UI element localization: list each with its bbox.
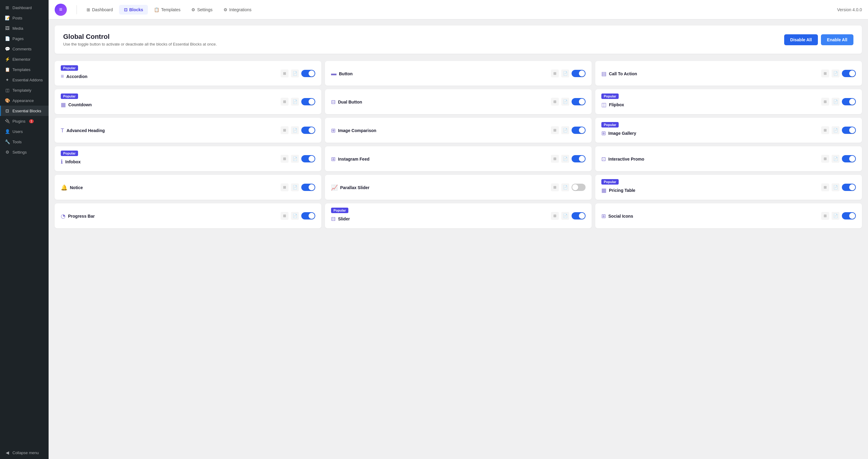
block-toggle-image-gallery[interactable] <box>842 127 856 134</box>
sidebar-item-dashboard[interactable]: ⊞ Dashboard <box>0 2 49 13</box>
block-preview-icon-progress-bar[interactable]: ⊞ <box>281 212 288 220</box>
block-toggle-call-to-action[interactable] <box>842 70 856 77</box>
block-preview-icon-social-icons[interactable]: ⊞ <box>821 212 829 220</box>
block-name-pricing-table: Pricing Table <box>609 188 636 193</box>
block-toggle-infobox[interactable] <box>301 155 315 162</box>
block-toggle-flipbox[interactable] <box>842 98 856 105</box>
sidebar-item-appearance[interactable]: 🎨 Appearance <box>0 95 49 106</box>
block-preview-icon-button[interactable]: ⊞ <box>551 69 559 77</box>
block-preview-icon-countdown[interactable]: ⊞ <box>281 98 288 106</box>
sidebar-label-comments: Comments <box>12 47 32 51</box>
block-toggle-countdown[interactable] <box>301 98 315 105</box>
block-preview-icon-image-comparison[interactable]: ⊞ <box>551 126 559 134</box>
block-docs-icon-instagram-feed[interactable]: 📄 <box>561 155 569 163</box>
block-toggle-social-icons[interactable] <box>842 212 856 220</box>
block-docs-icon-flipbox[interactable]: 📄 <box>832 98 839 106</box>
block-toggle-interactive-promo[interactable] <box>842 155 856 162</box>
nav-tab-settings[interactable]: ⚙Settings <box>186 5 217 14</box>
sidebar-item-posts[interactable]: 📝 Posts <box>0 13 49 23</box>
sidebar-item-settings[interactable]: ⚙ Settings <box>0 147 49 157</box>
block-toggle-parallax-slider[interactable] <box>571 184 586 191</box>
nav-tab-integrations[interactable]: ⚙Integrations <box>219 5 256 14</box>
block-preview-icon-advanced-heading[interactable]: ⊞ <box>281 126 288 134</box>
sidebar-item-tools[interactable]: 🔧 Tools <box>0 137 49 147</box>
block-toggle-pricing-table[interactable] <box>842 184 856 191</box>
block-left-image-comparison: ⊞ Image Comparison <box>331 127 376 134</box>
block-actions-parallax-slider: ⊞ 📄 <box>551 183 586 191</box>
block-docs-icon-pricing-table[interactable]: 📄 <box>832 183 839 191</box>
block-toggle-instagram-feed[interactable] <box>571 155 586 162</box>
block-card-instagram-feed: ⊞ Instagram Feed ⊞ 📄 <box>325 146 592 171</box>
sidebar-label-settings: Settings <box>12 150 27 155</box>
block-docs-icon-image-gallery[interactable]: 📄 <box>832 126 839 134</box>
block-preview-icon-slider[interactable]: ⊞ <box>551 212 559 220</box>
sidebar-item-templately[interactable]: ◫ Templately <box>0 85 49 95</box>
nav-tab-templates[interactable]: 📋Templates <box>149 5 185 14</box>
block-name-interactive-promo: Interactive Promo <box>608 157 644 162</box>
block-docs-icon-image-comparison[interactable]: 📄 <box>561 126 569 134</box>
block-toggle-notice[interactable] <box>301 184 315 191</box>
block-preview-icon-interactive-promo[interactable]: ⊞ <box>821 155 829 163</box>
popular-badge-slider: Popular <box>331 208 348 213</box>
badge-plugins: 1 <box>29 119 34 123</box>
nav-tab-dashboard[interactable]: ⊞Dashboard <box>82 5 118 14</box>
block-docs-icon-notice[interactable]: 📄 <box>291 183 299 191</box>
sidebar-label-users: Users <box>12 129 23 134</box>
block-docs-icon-advanced-heading[interactable]: 📄 <box>291 126 299 134</box>
block-icon-pricing-table: ▦ <box>601 187 607 194</box>
sidebar: ⊞ Dashboard 📝 Posts 🖼 Media 📄 Pages 💬 Co… <box>0 0 49 459</box>
sidebar-item-comments[interactable]: 💬 Comments <box>0 44 49 54</box>
sidebar-item-pages[interactable]: 📄 Pages <box>0 33 49 44</box>
block-docs-icon-social-icons[interactable]: 📄 <box>832 212 839 220</box>
block-preview-icon-notice[interactable]: ⊞ <box>281 183 288 191</box>
sidebar-item-elementor[interactable]: ⚡ Elementor <box>0 54 49 64</box>
block-toggle-slider[interactable] <box>571 212 586 220</box>
block-preview-icon-flipbox[interactable]: ⊞ <box>821 98 829 106</box>
block-preview-icon-instagram-feed[interactable]: ⊞ <box>551 155 559 163</box>
block-toggle-button[interactable] <box>571 70 586 77</box>
block-docs-icon-accordion[interactable]: 📄 <box>291 69 299 77</box>
enable-all-button[interactable]: Enable All <box>821 34 854 45</box>
block-preview-icon-parallax-slider[interactable]: ⊞ <box>551 183 559 191</box>
block-docs-icon-button[interactable]: 📄 <box>561 69 569 77</box>
block-docs-icon-progress-bar[interactable]: 📄 <box>291 212 299 220</box>
block-card-parallax-slider: 📈 Parallax Slider ⊞ 📄 <box>325 175 592 200</box>
sidebar-item-essential-addons[interactable]: ✦ Essential Addons <box>0 75 49 85</box>
block-toggle-progress-bar[interactable] <box>301 212 315 220</box>
sidebar-label-tools: Tools <box>12 140 22 144</box>
block-toggle-image-comparison[interactable] <box>571 127 586 134</box>
collapse-menu-button[interactable]: ◀Collapse menu <box>0 446 49 459</box>
block-toggle-dual-button[interactable] <box>571 98 586 105</box>
sidebar-item-users[interactable]: 👤 Users <box>0 126 49 137</box>
block-icon-social-icons: ⊞ <box>601 213 606 220</box>
block-docs-icon-slider[interactable]: 📄 <box>561 212 569 220</box>
toggle-knob-interactive-promo <box>849 156 855 162</box>
sidebar-item-templates[interactable]: 📋 Templates <box>0 64 49 75</box>
block-name-row-infobox: ℹ Infobox <box>61 159 81 165</box>
block-docs-icon-parallax-slider[interactable]: 📄 <box>561 183 569 191</box>
sidebar-item-plugins[interactable]: 🔌 Plugins 1 <box>0 116 49 126</box>
block-preview-icon-image-gallery[interactable]: ⊞ <box>821 126 829 134</box>
nav-tab-label-blocks: Blocks <box>129 7 143 12</box>
block-docs-icon-countdown[interactable]: 📄 <box>291 98 299 106</box>
sidebar-icon-essential-blocks: ⊡ <box>5 108 10 113</box>
block-preview-icon-infobox[interactable]: ⊞ <box>281 155 288 163</box>
block-preview-icon-accordion[interactable]: ⊞ <box>281 69 288 77</box>
block-actions-notice: ⊞ 📄 <box>281 183 315 191</box>
block-preview-icon-pricing-table[interactable]: ⊞ <box>821 183 829 191</box>
sidebar-item-essential-blocks[interactable]: ⊡ Essential Blocks <box>0 106 49 116</box>
block-docs-icon-dual-button[interactable]: 📄 <box>561 98 569 106</box>
block-docs-icon-interactive-promo[interactable]: 📄 <box>832 155 839 163</box>
block-toggle-advanced-heading[interactable] <box>301 127 315 134</box>
block-preview-icon-call-to-action[interactable]: ⊞ <box>821 69 829 77</box>
block-preview-icon-dual-button[interactable]: ⊞ <box>551 98 559 106</box>
block-name-row-slider: ⊟ Slider <box>331 216 350 222</box>
block-docs-icon-call-to-action[interactable]: 📄 <box>832 69 839 77</box>
disable-all-button[interactable]: Disable All <box>784 34 818 45</box>
block-docs-icon-infobox[interactable]: 📄 <box>291 155 299 163</box>
block-toggle-accordion[interactable] <box>301 70 315 77</box>
nav-tab-blocks[interactable]: ⊡Blocks <box>119 5 148 14</box>
block-icon-countdown: ▦ <box>61 101 66 108</box>
block-card-accordion: Popular ≡ Accordion ⊞ 📄 <box>55 61 321 86</box>
sidebar-item-media[interactable]: 🖼 Media <box>0 23 49 33</box>
